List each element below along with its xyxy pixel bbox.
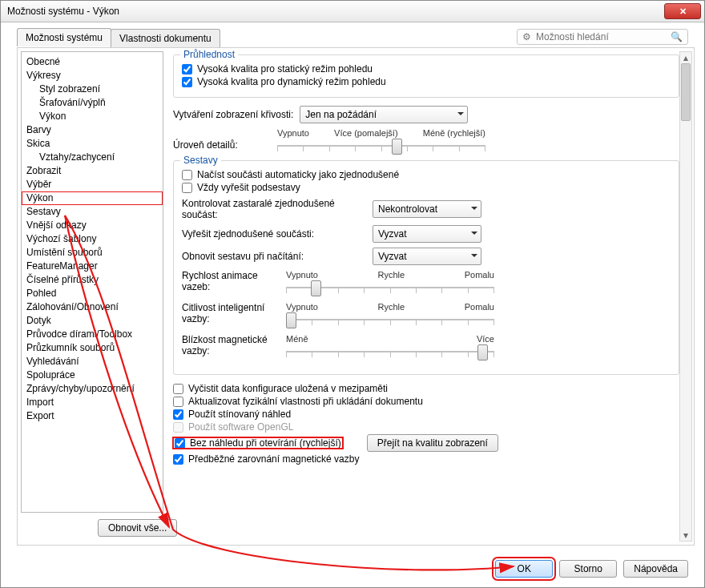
tree-item[interactable]: Spolupráce xyxy=(22,369,163,382)
tree-item[interactable]: Výkon xyxy=(22,191,163,205)
chk-update-mass[interactable]: Aktualizovat fyzikální vlastnosti při uk… xyxy=(173,396,679,407)
cancel-button[interactable]: Storno xyxy=(559,560,617,578)
row-lod: Úroveň detailů: Vypnuto Více (pomalejší)… xyxy=(173,128,679,152)
dialog-window: Možnosti systému - Výkon ✕ Možnosti syst… xyxy=(0,0,705,588)
tree-item[interactable]: Styl zobrazení xyxy=(22,83,163,96)
scrollbar-thumb[interactable] xyxy=(681,63,691,121)
search-icon: 🔍 xyxy=(671,31,683,42)
tree-item[interactable]: Výběr xyxy=(22,178,163,191)
slider-mate-speed[interactable] xyxy=(286,280,494,294)
goto-image-quality-button[interactable]: Přejít na kvalitu zobrazení xyxy=(367,434,498,452)
close-icon: ✕ xyxy=(679,6,687,17)
group-title-assemblies: Sestavy xyxy=(180,155,221,166)
content-panel: ObecnéVýkresyStyl zobrazeníŠrafování/výp… xyxy=(17,47,695,546)
scroll-down-icon[interactable]: ▾ xyxy=(680,530,691,541)
close-button[interactable]: ✕ xyxy=(664,3,701,19)
row-curvature: Vytváření zobrazení křivosti: Jen na pož… xyxy=(173,106,679,123)
chk-resolve-sub[interactable]: Vždy vyřešit podsestavy xyxy=(182,182,671,193)
label-mag-prox: Blízkost magnetické vazby: xyxy=(182,334,286,358)
chk-no-preview[interactable]: Bez náhledu při otevírání (rychlejší) xyxy=(173,437,343,449)
chk-prealign-magnetic[interactable]: Předběžné zarovnání magnetické vazby xyxy=(173,453,679,465)
combo-rebuild[interactable]: Vyzvat xyxy=(373,248,481,265)
vertical-scrollbar[interactable]: ▴ ▾ xyxy=(679,51,692,542)
combo-check-outdated[interactable]: Nekontrolovat xyxy=(373,200,481,218)
tree-item[interactable]: Výkresy xyxy=(22,69,163,83)
tree-item[interactable]: Zobrazit xyxy=(22,164,163,178)
group-assemblies: Sestavy Načíst součásti automaticky jako… xyxy=(173,160,679,375)
tree-item[interactable]: Průzkumník souborů xyxy=(22,341,163,355)
slider-mag-prox[interactable] xyxy=(286,344,494,358)
tree-item[interactable]: Zálohování/Obnovení xyxy=(22,300,163,314)
slider-lod[interactable] xyxy=(277,138,485,152)
category-tree[interactable]: ObecnéVýkresyStyl zobrazeníŠrafování/výp… xyxy=(21,51,163,513)
window-title: Možnosti systému - Výkon xyxy=(7,6,664,17)
chk-shaded-preview[interactable]: Použít stínovaný náhled xyxy=(173,409,679,420)
tree-item[interactable]: Zprávy/chyby/upozornění xyxy=(22,382,163,396)
tree-item[interactable]: Šrafování/výplň xyxy=(22,96,163,110)
tree-item[interactable]: Vztahy/zachycení xyxy=(22,151,163,164)
chk-load-lightweight[interactable]: Načíst součásti automaticky jako zjednod… xyxy=(182,169,671,180)
tree-item[interactable]: Číselné přírůstky xyxy=(22,273,163,287)
tree-item[interactable]: Umístění souborů xyxy=(22,246,163,260)
gear-icon: ⚙ xyxy=(522,31,531,42)
label-rebuild: Obnovit sestavu při načítání: xyxy=(182,251,366,262)
group-transparency: Průhlednost Vysoká kvalita pro statický … xyxy=(173,54,679,98)
title-bar: Možnosti systému - Výkon ✕ xyxy=(1,1,704,22)
chk-purge-cache[interactable]: Vyčistit data konfigurace uložená v mezi… xyxy=(173,383,679,394)
search-input[interactable] xyxy=(534,30,671,43)
chk-dynamic-quality[interactable]: Vysoká kvalita pro dynamický režim pohle… xyxy=(182,76,671,87)
group-title-transparency: Průhlednost xyxy=(180,49,238,60)
tree-item[interactable]: Skica xyxy=(22,137,163,151)
tree-item[interactable]: Průvodce dírami/Toolbox xyxy=(22,328,163,341)
tab-system-options[interactable]: Možnosti systému xyxy=(17,28,111,46)
combo-resolve-lw[interactable]: Vyzvat xyxy=(373,225,481,243)
tree-item[interactable]: Export xyxy=(22,409,163,423)
search-field[interactable]: ⚙ 🔍 xyxy=(517,29,688,45)
tree-item[interactable]: Dotyk xyxy=(22,314,163,328)
tree-item[interactable]: Import xyxy=(22,396,163,409)
tree-item[interactable]: Výkon xyxy=(22,110,163,123)
tree-item[interactable]: Sestavy xyxy=(22,205,163,219)
tree-item[interactable]: FeatureManager xyxy=(22,260,163,273)
help-button[interactable]: Nápověda xyxy=(623,560,688,578)
tree-item[interactable]: Barvy xyxy=(22,123,163,137)
chk-static-quality[interactable]: Vysoká kvalita pro statický režim pohled… xyxy=(182,63,671,75)
chk-opengl: Použít software OpenGL xyxy=(173,421,679,433)
label-lod: Úroveň detailů: xyxy=(173,139,277,152)
reset-all-button[interactable]: Obnovit vše... xyxy=(98,519,177,537)
tab-document-properties[interactable]: Vlastnosti dokumentu xyxy=(111,29,220,47)
tree-item[interactable]: Pohled xyxy=(22,287,163,300)
combo-curvature[interactable]: Jen na požádání xyxy=(300,106,468,123)
label-resolve-lw: Vyřešit zjednodušené součásti: xyxy=(182,228,366,240)
tree-item[interactable]: Vnější odkazy xyxy=(22,219,163,232)
dialog-footer: OK Storno Nápověda xyxy=(1,550,704,587)
label-curvature: Vytváření zobrazení křivosti: xyxy=(173,109,293,120)
scroll-up-icon[interactable]: ▴ xyxy=(680,52,691,63)
slider-smart-sens[interactable] xyxy=(286,312,494,326)
ok-button[interactable]: OK xyxy=(495,560,553,578)
label-check-outdated: Kontrolovat zastaralé zjednodušené součá… xyxy=(182,198,366,220)
tree-item[interactable]: Obecné xyxy=(22,55,163,69)
label-smart-sens: Citlivost inteligentní vazby: xyxy=(182,302,286,326)
label-mate-speed: Rychlost animace vazeb: xyxy=(182,270,286,294)
tree-item[interactable]: Výchozí šablony xyxy=(22,232,163,246)
tab-row: Možnosti systému Vlastnosti dokumentu ⚙ … xyxy=(1,22,704,48)
settings-panel: Průhlednost Vysoká kvalita pro statický … xyxy=(173,51,679,542)
tree-item[interactable]: Vyhledávání xyxy=(22,355,163,369)
